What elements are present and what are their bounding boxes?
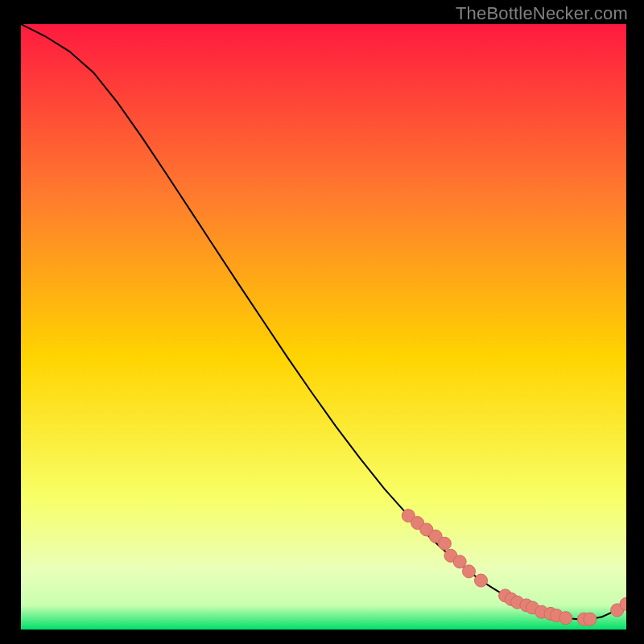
data-marker	[475, 574, 488, 587]
plot-area	[21, 24, 626, 630]
chart-frame: TheBottleNecker.com	[0, 0, 644, 644]
gradient-background	[21, 24, 626, 630]
bottleneck-chart	[21, 24, 626, 630]
data-marker	[584, 613, 597, 625]
data-marker	[438, 537, 451, 550]
attribution-text: TheBottleNecker.com	[456, 3, 628, 24]
data-marker	[453, 555, 466, 568]
data-marker	[559, 612, 572, 625]
data-marker	[463, 565, 476, 578]
